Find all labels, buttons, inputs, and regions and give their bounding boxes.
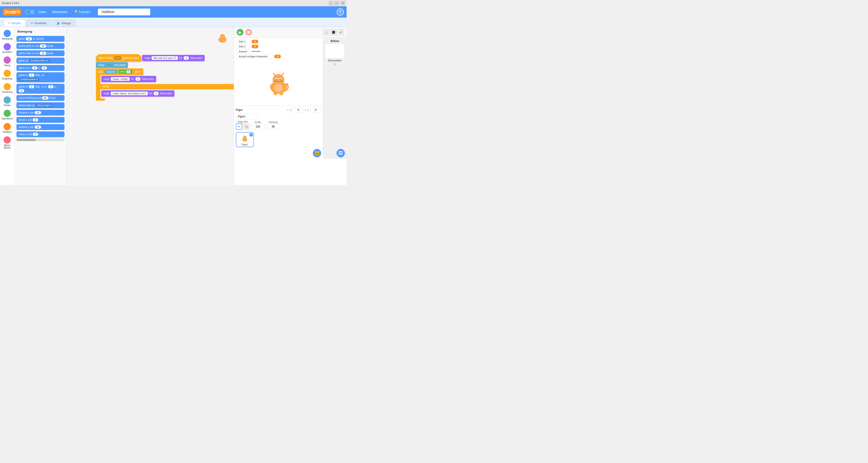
block-drehe-dich-zu[interactable]: drehe dich zu Mauszeiger ▾ [17,102,65,108]
hide-button[interactable]: 🚫 [243,123,249,130]
say-block-leider[interactable]: sage Leider falsch. Die Antwort ist 5 fü… [101,90,175,97]
var-value-zahl2: 2 [252,45,258,48]
visibility-buttons: 👁 🚫 [236,123,249,130]
svg-point-37 [244,137,245,138]
window-controls: ─ □ ✕ [329,1,345,5]
help-button[interactable]: ? [337,8,344,16]
zeige-dich-label: Zeige dich [237,120,248,123]
svg-point-38 [245,137,246,138]
stop-button[interactable]: ⏹ [245,29,252,36]
menu-bearbeiten[interactable]: Bearbeiten [50,9,70,15]
say-secs-1: 2 [184,56,189,60]
block-drehe-links[interactable]: drehe dich ↺ um 15 Grad [17,50,65,56]
category-variablen[interactable]: Variablen [2,122,13,134]
svg-marker-14 [281,73,284,75]
block-aendere-x[interactable]: ändere x um 10 [17,110,65,116]
block-gehe-zu-xy[interactable]: gehe zu x: 0 y: 0 [17,65,65,71]
skripte-icon: ≡ [8,22,10,25]
if-header[interactable]: falls Antwort = 5 , dann [96,68,143,75]
sprite-name-row [236,114,321,119]
block-setze-y[interactable]: setze y auf 0 [17,132,65,137]
block-setze-x[interactable]: setze x auf 0 [17,117,65,123]
say-block-super[interactable]: sage Super, richtig! für 2 Sekunden [101,76,156,82]
ask-block[interactable]: frage und warte [96,62,128,68]
svg-marker-33 [243,135,244,136]
blocks-panel-title: Bewegung [17,29,65,34]
sprite-props-row: Zeige dich 👁 🚫 Größe Richtung [236,120,321,130]
y-label: y [308,109,309,111]
var-value-antwort [252,51,260,52]
kostueme-icon: ✂ [31,22,33,25]
block-gehe-schritt[interactable]: gehe 10 er Schritt [17,36,65,42]
minimize-button[interactable]: ─ [329,1,333,5]
hat-block[interactable]: Wenn Taste 1 ▾ gedrückt wird [96,54,142,62]
tutorien-icon: 💡 [74,10,78,14]
main-layout: Bewegung Aussehen Klang Ereignisse Steue… [0,27,347,185]
category-meine-bloecke[interactable]: Meine Blöcke [0,136,14,150]
blocks-scrollbar[interactable] [17,139,65,141]
if-inner: sage Super, richtig! für 2 Sekunden [100,75,156,84]
block-setze-richtung[interactable]: setze Richtung auf 90 Grad [17,95,65,101]
y-input[interactable] [310,108,321,112]
script-block-group: Wenn Taste 1 ▾ gedrückt wird sage Wie vi… [96,54,234,101]
answer-reporter: Antwort [104,70,117,74]
green-flag-button[interactable]: ▶ [237,29,244,36]
project-title-input[interactable] [98,8,150,16]
bewegung-label: Bewegung [2,37,12,40]
tab-klaenge[interactable]: 🔊 Klänge [52,20,75,27]
x-input[interactable] [293,108,304,112]
sprite-delete-button[interactable]: ✕ [249,133,253,137]
buhnenbilder-label: Bühnenbilder [325,59,345,62]
stage-and-backdrop: Zahl 1 6 Zahl 2 2 Antwort Anzahl richtig… [234,38,347,159]
menu-datei[interactable]: Datei [36,9,48,15]
svg-point-1 [220,34,225,39]
aussehen-circle [4,43,11,50]
richtung-input[interactable] [267,124,280,129]
block-drehe-rechts[interactable]: drehe dich ↻ um 15 Grad [17,43,65,49]
show-button[interactable]: 👁 [236,123,242,130]
meine-bloecke-circle [4,136,11,144]
sprite-item-figur1[interactable]: ✕ [236,132,254,147]
add-backdrop-area: 🖼 [325,147,345,157]
else-body-rail [96,89,100,98]
block-gehe-zu[interactable]: gehe zu Zufallsposition ▾ [17,58,65,64]
tab-kostueme[interactable]: ✂ Kostüme [26,20,51,27]
normal-stage-button[interactable]: ⬛ [330,29,337,35]
block-aendere-y[interactable]: ändere y um 10 [17,124,65,130]
category-klang[interactable]: Klang [3,56,12,67]
say-secs-super: 2 [135,77,140,81]
steuerung-circle [4,83,11,90]
add-backdrop-button[interactable]: 🖼 [337,149,345,157]
category-ereignisse[interactable]: Ereignisse [1,69,13,81]
fullscreen-button[interactable]: ⤢ [338,29,344,35]
y-arrow-icon: ↕ [305,109,306,111]
taste-dropdown[interactable]: 1 ▾ [114,56,121,60]
category-aussehen[interactable]: Aussehen [1,42,13,54]
block-gleite-zu-xy[interactable]: gleite in 1 Sek. zu x: 0 y: 0 [17,84,65,94]
language-selector[interactable]: 🌐 ▾ [25,9,34,15]
maximize-button[interactable]: □ [335,1,339,5]
zeige-dich-group: Zeige dich 👁 🚫 [236,120,249,130]
var-name-anzahl: Anzahl richtiger Antworten [237,54,273,58]
tab-skripte[interactable]: ≡ Skripte [4,20,25,27]
if-body: sage Super, richtig! für 2 Sekunden [96,75,234,84]
groesse-input[interactable] [251,124,265,129]
small-stage-button[interactable]: ⬜ [323,29,330,35]
category-steuerung[interactable]: Steuerung [1,82,13,94]
say-block-1[interactable]: sage Wie viel ist 2 plus 3? für 2 Sekund… [142,55,205,61]
klaenge-icon: 🔊 [57,22,60,25]
category-bewegung[interactable]: Bewegung [1,29,13,41]
operatoren-label: Operatoren [2,117,13,120]
if-left-rail [96,75,100,84]
stage-canvas [234,60,323,106]
add-sprite-button[interactable]: 🐱 [313,149,321,157]
block-definitions-panel: Bewegung gehe 10 er Schritt drehe dich ↻… [15,27,67,185]
menu-tutorien[interactable]: 💡 Tutorien [72,9,93,15]
category-operatoren[interactable]: Operatoren [1,109,14,121]
category-fuehlen[interactable]: Fühlen [3,95,12,108]
svg-point-7 [223,36,223,37]
close-button[interactable]: ✕ [341,1,345,5]
block-gleite-zu[interactable]: gleite in 1 Sek. zu Zufallsposition ▾ [17,72,65,82]
sprite-name-input[interactable] [236,114,258,119]
stage-sprite-preview [216,32,229,46]
